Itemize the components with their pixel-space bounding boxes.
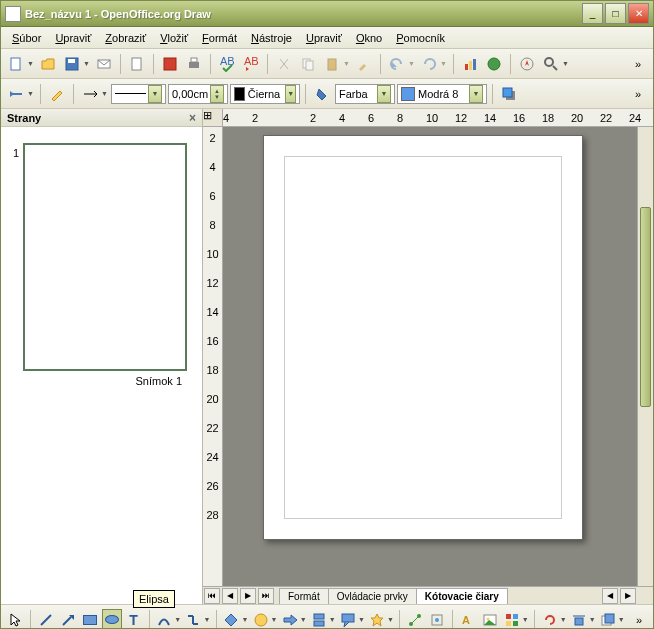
copy-button[interactable]: [297, 53, 319, 75]
area-dialog-button[interactable]: [311, 83, 333, 105]
layer-tab[interactable]: Kótovacie čiary: [416, 588, 508, 604]
horizontal-ruler[interactable]: 4224681012141618202224: [223, 109, 653, 127]
fill-color-select[interactable]: Modrá 8▼: [397, 84, 487, 104]
block-arrows-tool[interactable]: [280, 609, 300, 630]
layer-tab[interactable]: Formát: [279, 588, 329, 604]
shadow-button[interactable]: [498, 83, 520, 105]
arrow-tool[interactable]: [58, 609, 78, 630]
basic-shapes-dropdown[interactable]: ▼: [241, 616, 248, 623]
arrange-dropdown[interactable]: ▼: [618, 616, 625, 623]
from-file-tool[interactable]: [480, 609, 500, 630]
gallery-dropdown[interactable]: ▼: [522, 616, 529, 623]
slide-thumbnail[interactable]: [23, 143, 187, 371]
redo-dropdown[interactable]: ▼: [440, 60, 448, 67]
last-tab-button[interactable]: ⏭: [258, 588, 274, 604]
save-button[interactable]: [61, 53, 83, 75]
line-width-input[interactable]: 0,00cm▲▼: [168, 84, 228, 104]
zoom-button[interactable]: [540, 53, 562, 75]
scroll-thumb[interactable]: [640, 207, 651, 407]
hyperlink-button[interactable]: [483, 53, 505, 75]
undo-dropdown[interactable]: ▼: [408, 60, 416, 67]
rotate-dropdown[interactable]: ▼: [560, 616, 567, 623]
redo-button[interactable]: [418, 53, 440, 75]
chart-button[interactable]: [459, 53, 481, 75]
line-end-button[interactable]: [79, 83, 101, 105]
stars-dropdown[interactable]: ▼: [387, 616, 394, 623]
zoom-dropdown[interactable]: ▼: [562, 60, 570, 67]
flowchart-dropdown[interactable]: ▼: [329, 616, 336, 623]
curve-tool[interactable]: [154, 609, 174, 630]
fontwork-tool[interactable]: A: [458, 609, 478, 630]
stars-tool[interactable]: [367, 609, 387, 630]
new-button[interactable]: [5, 53, 27, 75]
align-tool[interactable]: [569, 609, 589, 630]
arrow-style-button[interactable]: [5, 83, 27, 105]
menu-subor[interactable]: Súbor: [5, 29, 48, 47]
callout-tool[interactable]: [338, 609, 358, 630]
layer-tab[interactable]: Ovládacie prvky: [328, 588, 417, 604]
points-tool[interactable]: [405, 609, 425, 630]
minimize-button[interactable]: _: [582, 3, 603, 24]
curve-dropdown[interactable]: ▼: [174, 616, 181, 623]
toolbar-overflow[interactable]: »: [627, 53, 649, 75]
scroll-left-button[interactable]: ◀: [602, 588, 618, 604]
vertical-scrollbar[interactable]: [637, 127, 653, 586]
line-dialog-button[interactable]: [46, 83, 68, 105]
toolbar-overflow[interactable]: »: [629, 609, 649, 630]
vertical-ruler[interactable]: 246810121416182022242628: [203, 127, 223, 586]
paste-button[interactable]: [321, 53, 343, 75]
drawing-canvas[interactable]: [223, 127, 637, 586]
menu-okno[interactable]: Okno: [349, 29, 389, 47]
line-style-select[interactable]: ▼: [111, 84, 166, 104]
maximize-button[interactable]: □: [605, 3, 626, 24]
menu-zobrazit[interactable]: Zobraziť: [98, 29, 153, 47]
select-tool[interactable]: [5, 609, 25, 630]
menu-vlozit[interactable]: Vložiť: [153, 29, 195, 47]
save-dropdown[interactable]: ▼: [83, 60, 91, 67]
menu-format[interactable]: Formát: [195, 29, 244, 47]
toolbar-overflow[interactable]: »: [627, 83, 649, 105]
close-button[interactable]: ✕: [628, 3, 649, 24]
align-dropdown[interactable]: ▼: [589, 616, 596, 623]
autocheck-button[interactable]: ABC: [240, 53, 262, 75]
menu-upravit2[interactable]: Upraviť: [299, 29, 349, 47]
rectangle-tool[interactable]: [80, 609, 100, 630]
spellcheck-button[interactable]: ABC: [216, 53, 238, 75]
new-dropdown[interactable]: ▼: [27, 60, 35, 67]
flowchart-tool[interactable]: [309, 609, 329, 630]
glue-points-tool[interactable]: [427, 609, 447, 630]
ellipse-tool[interactable]: [102, 609, 122, 630]
callout-dropdown[interactable]: ▼: [358, 616, 365, 623]
connector-dropdown[interactable]: ▼: [203, 616, 210, 623]
connector-tool[interactable]: [184, 609, 204, 630]
first-tab-button[interactable]: ⏮: [204, 588, 220, 604]
line-color-select[interactable]: Čierna▼: [230, 84, 300, 104]
menu-nastroje[interactable]: Nástroje: [244, 29, 299, 47]
prev-tab-button[interactable]: ◀: [222, 588, 238, 604]
print-button[interactable]: [183, 53, 205, 75]
menu-pomocnik[interactable]: Pomocník: [389, 29, 452, 47]
menu-upravit[interactable]: Upraviť: [48, 29, 98, 47]
symbol-shapes-tool[interactable]: [251, 609, 271, 630]
undo-button[interactable]: [386, 53, 408, 75]
text-tool[interactable]: T: [124, 609, 144, 630]
open-button[interactable]: [37, 53, 59, 75]
arrange-tool[interactable]: [598, 609, 618, 630]
format-paintbrush-button[interactable]: [353, 53, 375, 75]
email-button[interactable]: [93, 53, 115, 75]
arrow-style-dropdown[interactable]: ▼: [27, 90, 35, 97]
cut-button[interactable]: [273, 53, 295, 75]
paste-dropdown[interactable]: ▼: [343, 60, 351, 67]
line-tool[interactable]: [36, 609, 56, 630]
rotate-tool[interactable]: [540, 609, 560, 630]
pdf-button[interactable]: [159, 53, 181, 75]
ruler-corner[interactable]: ⊞: [203, 109, 223, 127]
block-arrows-dropdown[interactable]: ▼: [300, 616, 307, 623]
scroll-right-button[interactable]: ▶: [620, 588, 636, 604]
line-end-dropdown[interactable]: ▼: [101, 90, 109, 97]
edit-file-button[interactable]: [126, 53, 148, 75]
navigator-button[interactable]: [516, 53, 538, 75]
basic-shapes-tool[interactable]: [222, 609, 242, 630]
fill-type-select[interactable]: Farba▼: [335, 84, 395, 104]
symbol-shapes-dropdown[interactable]: ▼: [271, 616, 278, 623]
